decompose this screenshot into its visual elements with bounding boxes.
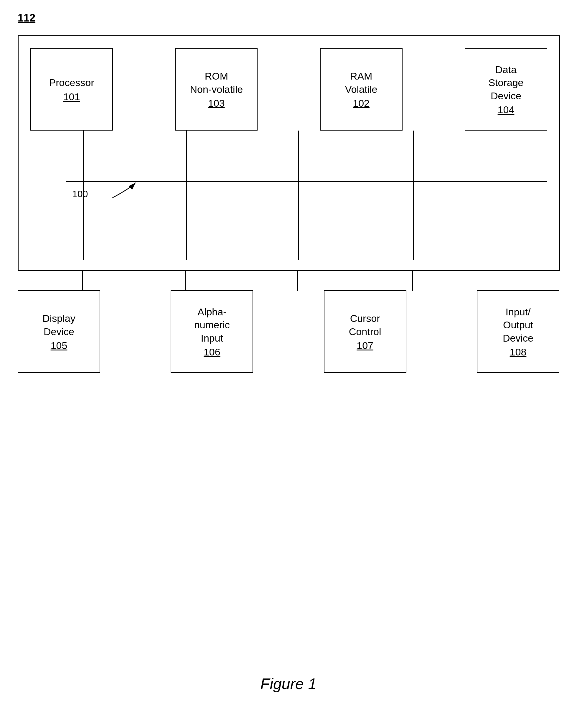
processor-id: 101 [63,91,80,103]
system-box: Processor 101 ROMNon-volatile 103 RAMVol… [18,35,560,271]
data-storage-label: DataStorageDevice [488,63,523,102]
bus-bar [66,181,547,182]
ram-id: 102 [353,98,370,109]
figure-label: Figure 1 [261,675,317,693]
cursor-connector-bottom [297,271,298,291]
alphanumeric-box: Alpha-numericInput 106 [171,290,253,373]
display-device-id: 105 [51,340,68,351]
processor-label: Processor [49,76,94,89]
cursor-connector-top [298,181,299,260]
display-device-label: DisplayDevice [43,312,75,338]
io-device-box: Input/OutputDevice 108 [477,290,559,373]
data-storage-box: DataStorageDevice 104 [465,48,547,131]
rom-box: ROMNon-volatile 103 [175,48,258,131]
io-connector-top [413,181,414,260]
display-device-box: DisplayDevice 105 [18,290,100,373]
alphanumeric-id: 106 [204,346,220,358]
rom-connector [186,131,187,181]
processor-box: Processor 101 [30,48,113,131]
alphanumeric-connector-top [186,181,187,260]
cursor-control-box: CursorControl 107 [324,290,406,373]
cursor-control-id: 107 [357,340,373,351]
alphanumeric-label: Alpha-numericInput [194,305,230,344]
ram-label: RAMVolatile [345,70,377,96]
io-device-id: 108 [510,346,527,358]
io-device-label: Input/OutputDevice [503,305,533,344]
ram-connector [298,131,299,181]
bus-label: 100 [72,189,88,200]
rom-label: ROMNon-volatile [190,70,243,96]
bottom-row: DisplayDevice 105 Alpha-numericInput 106… [18,290,559,373]
data-storage-id: 104 [498,104,515,115]
cursor-control-label: CursorControl [349,312,381,338]
ram-box: RAMVolatile 102 [320,48,402,131]
rom-id: 103 [208,98,225,109]
alphanumeric-connector-bottom [185,271,186,291]
data-storage-connector [413,131,414,181]
page-number: 112 [18,12,35,24]
processor-connector [83,131,84,181]
io-connector-bottom [412,271,413,291]
display-connector-bottom [82,271,83,291]
